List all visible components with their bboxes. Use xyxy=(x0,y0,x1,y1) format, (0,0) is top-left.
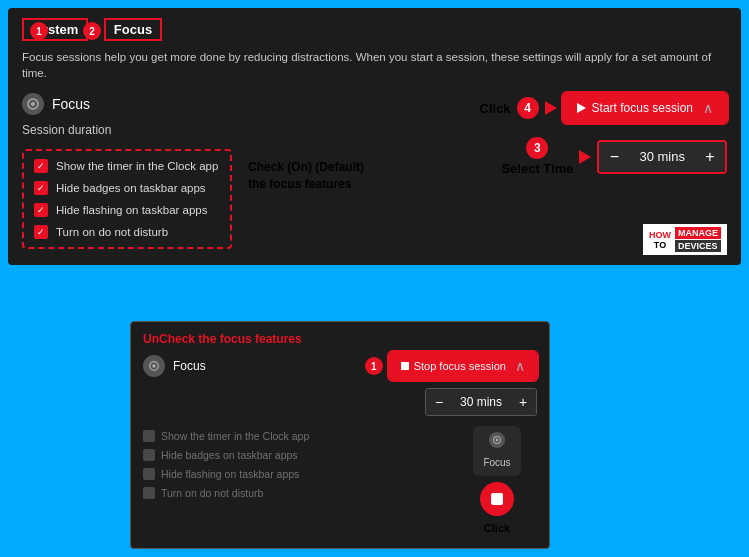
start-btn-label: Start focus session xyxy=(592,101,693,115)
bottom-click-annotation: Click xyxy=(484,522,510,534)
bottom-right-section: Focus Click xyxy=(457,426,537,534)
cb-show-timer[interactable]: ✓ xyxy=(34,159,48,173)
bottom-time-increase-button[interactable]: + xyxy=(510,389,536,415)
select-time-annotation: Select Time xyxy=(501,161,573,176)
bottom-time-decrease-button[interactable]: − xyxy=(426,389,452,415)
click-annotation: Click xyxy=(480,101,511,116)
left-section: Focus Session duration ✓ Show the timer … xyxy=(22,93,480,249)
cb-dnd-label: Turn on do not disturb xyxy=(56,226,168,238)
how-label: HOW xyxy=(649,230,671,240)
uncheck-annotation: UnCheck the focus features xyxy=(143,332,537,346)
bottom-focus-label-group: Focus xyxy=(143,355,206,377)
cb-dnd[interactable]: ✓ xyxy=(34,225,48,239)
bottom-cb-dnd[interactable]: Turn on do not disturb xyxy=(143,487,447,499)
svg-point-1 xyxy=(31,102,35,106)
bottom-content-row: Show the timer in the Clock app Hide bad… xyxy=(143,426,537,534)
focus-label-group: Focus xyxy=(22,93,90,115)
select-time-row: 3 Select Time − 30 mins + xyxy=(501,137,727,176)
stop-square-icon xyxy=(401,362,409,370)
start-focus-session-button[interactable]: Start focus session ∧ xyxy=(563,93,727,123)
bottom-cb-hide-badges-label: Hide badges on taskbar apps xyxy=(161,449,298,461)
bottom-session-row: − 30 mins + xyxy=(143,388,537,416)
bottom-step-circle-1: 1 xyxy=(365,357,383,375)
top-panel: System > Focus 1 2 Focus sessions help y… xyxy=(8,8,741,265)
bottom-cb-show-timer-box[interactable] xyxy=(143,430,155,442)
description-text: Focus sessions help you get more done by… xyxy=(22,49,727,81)
bottom-checkbox-area: Show the timer in the Clock app Hide bad… xyxy=(143,426,447,503)
focus-title: Focus xyxy=(52,96,90,112)
stop-btn-label: Stop focus session xyxy=(414,360,506,372)
stop-btn-group: 1 Stop focus session ∧ xyxy=(365,352,537,380)
bottom-expand-chevron-icon: ∧ xyxy=(515,358,525,374)
how-to-group: HOW TO xyxy=(649,230,671,250)
manage-devices-group: MANAGE DEVICES xyxy=(675,227,721,252)
htmd-logo: HOW TO MANAGE DEVICES xyxy=(643,224,727,255)
svg-point-3 xyxy=(152,364,155,367)
focus-notification: Focus xyxy=(473,426,520,476)
bottom-cb-show-timer[interactable]: Show the timer in the Clock app xyxy=(143,430,447,442)
time-control: − 30 mins + xyxy=(597,140,727,174)
time-display: 30 mins xyxy=(629,142,695,172)
cb-hide-flashing[interactable]: ✓ xyxy=(34,203,48,217)
check-on-annotation: Check (On) (Default)the focus features xyxy=(248,159,364,193)
cb-show-timer-label: Show the timer in the Clock app xyxy=(56,160,218,172)
step-circle-1: 1 xyxy=(30,22,48,40)
checkbox-hide-flashing[interactable]: ✓ Hide flashing on taskbar apps xyxy=(34,203,220,217)
session-row: Session duration xyxy=(22,123,442,137)
bottom-time-display: 30 mins xyxy=(452,389,510,415)
bottom-cb-hide-badges-box[interactable] xyxy=(143,449,155,461)
devices-label: DEVICES xyxy=(675,240,721,252)
cb-hide-badges-label: Hide badges on taskbar apps xyxy=(56,182,206,194)
breadcrumb: System > Focus xyxy=(22,18,727,41)
cb-hide-flashing-label: Hide flashing on taskbar apps xyxy=(56,204,208,216)
stop-focus-session-button[interactable]: Stop focus session ∧ xyxy=(389,352,537,380)
stop-circle[interactable] xyxy=(480,482,514,516)
bottom-cb-hide-badges[interactable]: Hide badges on taskbar apps xyxy=(143,449,447,461)
checkbox-area: ✓ Show the timer in the Clock app ✓ Hide… xyxy=(22,149,232,249)
step-circle-2: 2 xyxy=(83,22,101,40)
to-label: TO xyxy=(654,240,666,250)
right-annotation-area: Click 4 Start focus session ∧ 3 Select T… xyxy=(480,93,727,176)
focus-row: Focus xyxy=(22,93,480,115)
focus-icon xyxy=(22,93,44,115)
checkbox-show-timer[interactable]: ✓ Show the timer in the Clock app xyxy=(34,159,220,173)
bottom-cb-hide-flashing[interactable]: Hide flashing on taskbar apps xyxy=(143,468,447,480)
stop-circle-inner-icon xyxy=(491,493,503,505)
select-time-annotation-group: 3 Select Time xyxy=(501,137,573,176)
time-decrease-button[interactable]: − xyxy=(599,142,629,172)
arrow-to-time xyxy=(579,150,591,164)
breadcrumb-focus[interactable]: Focus xyxy=(104,18,162,41)
bottom-panel: UnCheck the focus features Focus 1 Stop … xyxy=(130,321,550,549)
bottom-focus-row: Focus 1 Stop focus session ∧ xyxy=(143,352,537,380)
session-duration-label: Session duration xyxy=(22,123,111,137)
bottom-cb-dnd-label: Turn on do not disturb xyxy=(161,487,263,499)
step-circle-3: 3 xyxy=(526,137,548,159)
step-circle-4: 4 xyxy=(517,97,539,119)
focus-notif-label: Focus xyxy=(483,457,510,468)
bottom-left-section: Show the timer in the Clock app Hide bad… xyxy=(143,426,447,534)
cb-hide-badges[interactable]: ✓ xyxy=(34,181,48,195)
checkbox-hide-badges[interactable]: ✓ Hide badges on taskbar apps xyxy=(34,181,220,195)
svg-point-5 xyxy=(496,439,499,442)
focus-notif-icon xyxy=(489,432,505,448)
bottom-time-control: − 30 mins + xyxy=(425,388,537,416)
time-increase-button[interactable]: + xyxy=(695,142,725,172)
expand-chevron-icon: ∧ xyxy=(703,100,713,116)
checkbox-dnd[interactable]: ✓ Turn on do not disturb xyxy=(34,225,220,239)
bottom-cb-show-timer-label: Show the timer in the Clock app xyxy=(161,430,309,442)
arrow-to-start xyxy=(545,101,557,115)
bottom-focus-title: Focus xyxy=(173,359,206,373)
bottom-cb-dnd-box[interactable] xyxy=(143,487,155,499)
click-row: Click 4 Start focus session ∧ xyxy=(480,93,727,123)
bottom-cb-hide-flashing-box[interactable] xyxy=(143,468,155,480)
bottom-cb-hide-flashing-label: Hide flashing on taskbar apps xyxy=(161,468,299,480)
play-icon xyxy=(577,103,586,113)
bottom-focus-icon xyxy=(143,355,165,377)
manage-label: MANAGE xyxy=(675,227,721,239)
